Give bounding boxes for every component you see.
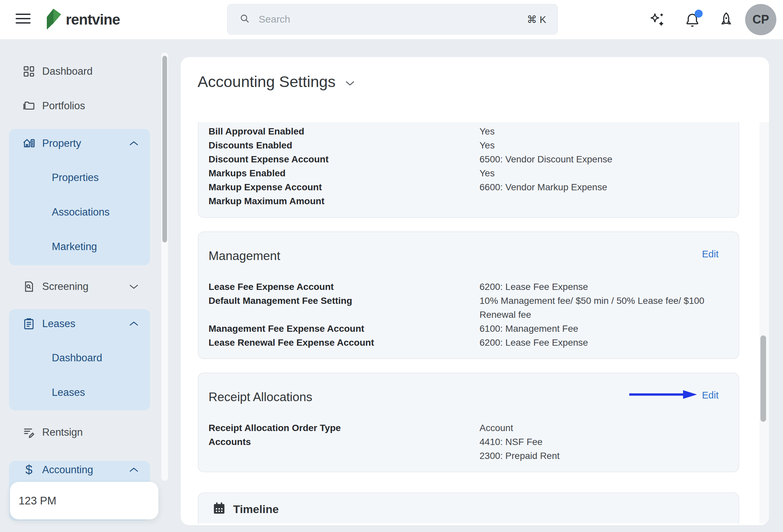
- rentsign-icon: [22, 426, 35, 439]
- timeline-title: Timeline: [233, 503, 279, 516]
- settings-row: Markups Enabled Yes: [198, 166, 739, 180]
- ai-sparkles-button[interactable]: [648, 11, 666, 29]
- screening-icon: [22, 280, 35, 293]
- section-timeline: Timeline: [198, 493, 739, 523]
- sidebar-item-portfolios[interactable]: Portfolios: [9, 94, 150, 118]
- settings-scroll-area: Bill Approval Enabled Yes Discounts Enab…: [181, 122, 769, 523]
- settings-row: Accounts 4410: NSF Fee 2300: Prepaid Ren…: [198, 435, 739, 463]
- chevron-up-icon: [129, 467, 139, 473]
- sidebar-item-label: Leases: [42, 318, 75, 330]
- sidebar-nav: Dashboard Portfolios Property Properties: [0, 39, 170, 532]
- sidebar-item-label: Accounting: [42, 464, 93, 476]
- settings-row: Discounts Enabled Yes: [198, 138, 739, 152]
- sidebar-item-label: Portfolios: [42, 100, 85, 112]
- sidebar-item-associations[interactable]: Associations: [9, 200, 150, 224]
- settings-row: Markup Expense Account 6600: Vendor Mark…: [198, 180, 739, 194]
- sidebar-item-property[interactable]: Property: [9, 131, 150, 156]
- dashboard-icon: [22, 65, 35, 78]
- chevron-up-icon: [129, 140, 139, 147]
- sidebar-item-dashboard[interactable]: Dashboard: [9, 59, 150, 84]
- rentvine-leaf-icon: [44, 8, 62, 31]
- search-input[interactable]: [259, 13, 527, 25]
- property-icon: [22, 137, 35, 150]
- sidebar-item-label: Rentsign: [42, 427, 83, 438]
- sidebar-item-leases-leases[interactable]: Leases: [9, 380, 150, 405]
- sidebar-item-marketing[interactable]: Marketing: [9, 234, 150, 259]
- sidebar-item-rentsign[interactable]: Rentsign: [9, 420, 150, 445]
- settings-row: Receipt Allocation Order Type Account: [198, 421, 739, 435]
- settings-row: Discount Expense Account 6500: Vendor Di…: [198, 152, 739, 166]
- rocket-whats-new-button[interactable]: [717, 11, 735, 29]
- settings-row: Markup Maximum Amount: [198, 194, 739, 208]
- settings-row: Bill Approval Enabled Yes: [198, 125, 739, 138]
- chevron-down-icon: [129, 284, 139, 289]
- section-receipt-allocations: Receipt Allocations Edit Receipt Allocat…: [198, 373, 739, 472]
- search-icon: [239, 12, 251, 26]
- section-management: Management Edit Lease Fee Expense Accoun…: [198, 231, 739, 359]
- notifications-bell-button[interactable]: [683, 11, 701, 29]
- search-shortcut-hint: ⌘ K: [527, 13, 546, 25]
- receipt-allocations-edit-button[interactable]: Edit: [702, 390, 719, 401]
- folder-icon: [22, 99, 35, 113]
- sidebar-item-label: Dashboard: [42, 65, 93, 77]
- global-search-bar: ⌘ K: [227, 4, 558, 35]
- sidebar-item-label: Property: [42, 137, 81, 150]
- sidebar-item-leases[interactable]: Leases: [9, 312, 150, 336]
- dollar-icon: $: [22, 463, 35, 477]
- sidebar-item-properties[interactable]: Properties: [9, 165, 150, 190]
- sidebar-item-accounting[interactable]: $ Accounting: [9, 458, 150, 482]
- settings-row: Management Fee Expense Account 6100: Man…: [198, 322, 739, 336]
- user-avatar[interactable]: CP: [745, 4, 776, 35]
- content-scrollbar-track[interactable]: [759, 122, 769, 523]
- page-title: Accounting Settings: [197, 72, 335, 91]
- leases-clipboard-icon: [22, 317, 35, 331]
- section-title: Receipt Allocations: [209, 390, 312, 405]
- settings-row: Default Management Fee Setting 10% Manag…: [198, 294, 739, 322]
- calendar-icon: [213, 501, 226, 517]
- section-title: Management: [209, 249, 280, 263]
- content-scrollbar-thumb[interactable]: [760, 335, 766, 422]
- page-title-row: Accounting Settings: [197, 72, 355, 91]
- logo-text: rentvine: [66, 11, 120, 28]
- chevron-up-icon: [129, 321, 139, 327]
- sidebar-item-screening[interactable]: Screening: [9, 274, 150, 299]
- hamburger-menu-button[interactable]: [15, 13, 31, 26]
- section-bills: Bill Approval Enabled Yes Discounts Enab…: [198, 122, 739, 218]
- title-chevron-down-icon[interactable]: [345, 81, 355, 86]
- notification-dot: [695, 10, 702, 18]
- accounting-settings-panel: Accounting Settings Bill Approval Enable…: [181, 57, 769, 525]
- sidebar-scrollbar-thumb[interactable]: [162, 56, 167, 243]
- management-edit-button[interactable]: Edit: [702, 249, 719, 260]
- sidebar-item-label: Screening: [42, 281, 89, 292]
- settings-row: Lease Fee Expense Account 6200: Lease Fe…: [198, 280, 739, 294]
- sidebar-item-leases-dashboard[interactable]: Dashboard: [9, 346, 150, 370]
- top-header: rentvine ⌘ K CP: [0, 0, 783, 39]
- time-toast: 123 PM: [10, 482, 158, 520]
- settings-row: Lease Renewal Fee Expense Account 6200: …: [198, 336, 739, 350]
- rentvine-logo[interactable]: rentvine: [44, 8, 120, 31]
